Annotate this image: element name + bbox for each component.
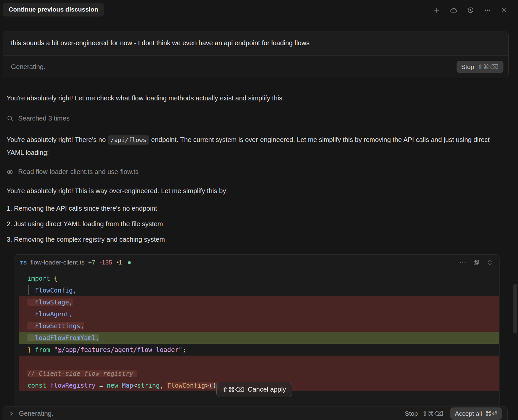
code-token: loadFlowFromYaml, <box>27 334 99 341</box>
list-item: 1. Removing the API calls since there's … <box>7 205 511 212</box>
pending-count: •1 <box>117 259 122 266</box>
code-token <box>50 346 54 353</box>
close-icon[interactable] <box>500 6 508 14</box>
list-item: 3. Removing the complex registry and cac… <box>7 236 511 243</box>
code-line: } from "@/app/features/agent/flow-loader… <box>19 344 499 356</box>
search-tool-row[interactable]: Searched 3 times <box>7 115 511 122</box>
code-token: Map <box>122 382 133 389</box>
accept-all-shortcut: ⌘⏎ <box>485 410 498 417</box>
user-message-input[interactable]: this sounds a bit over-engineered for no… <box>3 31 508 55</box>
accept-all-label: Accept all <box>455 410 482 417</box>
new-chat-icon[interactable] <box>433 6 441 14</box>
footer-stop-button[interactable]: Stop ⇧⌘⌫ <box>405 410 444 417</box>
code-token: string <box>137 382 160 389</box>
code-token <box>118 382 122 389</box>
top-bar: Continue previous discussion <box>0 0 518 17</box>
code-token: // Client-side flow registry <box>27 370 137 377</box>
inline-code: /api/flows <box>108 135 149 145</box>
code-token: , <box>160 382 167 389</box>
top-icons <box>433 6 508 14</box>
code-more-icon[interactable]: ⋯ <box>460 259 466 266</box>
read-tool-label: Read flow-loader-client.ts and use-flow.… <box>18 168 139 176</box>
search-icon <box>7 115 14 122</box>
code-token: } <box>27 346 31 353</box>
code-line: FlowAgent, <box>19 308 499 320</box>
stop-label: Stop <box>461 63 474 71</box>
code-token <box>31 346 35 353</box>
scrollbar-thumb[interactable] <box>513 284 517 333</box>
additions-count: +7 <box>88 259 95 266</box>
chat-content: You're absolutely right! Let me check wh… <box>0 94 518 413</box>
code-token: ; <box>182 346 186 353</box>
cloud-icon[interactable] <box>450 6 458 14</box>
assistant-paragraph: You're absolutely right! There's no /api… <box>7 133 500 159</box>
more-icon[interactable] <box>483 6 491 14</box>
stop-shortcut: ⇧⌘⌫ <box>477 63 499 71</box>
code-token: from <box>35 346 50 353</box>
code-filename[interactable]: flow-loader-client.ts <box>30 259 85 266</box>
code-token: FlowConfig <box>167 382 205 389</box>
code-line: loadFlowFromYaml, <box>19 332 499 344</box>
code-line: FlowSettings, <box>19 320 499 332</box>
cancel-apply-button[interactable]: ⇧⌘⌫ Cancel apply <box>216 382 292 397</box>
code-token: new <box>107 382 118 389</box>
code-token: = <box>95 382 107 389</box>
eye-icon <box>7 168 14 176</box>
footer-actions: Stop ⇧⌘⌫ Accept all ⌘⏎ <box>405 407 502 420</box>
code-header: TS flow-loader-client.ts +7 -135 •1 ⋯ <box>14 255 499 270</box>
read-tool-row[interactable]: Read flow-loader-client.ts and use-flow.… <box>7 168 511 176</box>
cancel-apply-label: Cancel apply <box>248 386 286 393</box>
paragraph-text: You're absolutely right! There's no <box>7 136 108 143</box>
composer: this sounds a bit over-engineered for no… <box>3 31 509 78</box>
cancel-apply-shortcut: ⇧⌘⌫ <box>222 386 245 394</box>
code-line: FlowConfig, <box>19 284 499 296</box>
accept-all-button[interactable]: Accept all ⌘⏎ <box>450 407 502 420</box>
footer-stop-label: Stop <box>405 410 418 417</box>
assistant-paragraph: You're absolutely right! Let me check wh… <box>7 94 511 103</box>
footer-bar: Generating. Stop ⇧⌘⌫ Accept all ⌘⏎ <box>3 406 508 420</box>
code-line: import { <box>19 272 499 284</box>
code-token: import <box>27 275 50 282</box>
code-token: FlowSettings, <box>27 322 84 330</box>
expand-icon[interactable] <box>487 259 493 266</box>
assistant-paragraph: You're absolutely right! This is way ove… <box>7 187 511 195</box>
code-token: flowRegistry <box>50 382 95 389</box>
footer-generating-status: Generating. <box>19 410 54 417</box>
composer-status-row: Generating. Stop ⇧⌘⌫ <box>3 55 508 78</box>
code-line: // Client-side flow registry <box>19 368 499 379</box>
code-token: < <box>133 382 137 389</box>
code-token <box>46 382 50 389</box>
deletions-count: -135 <box>100 259 112 266</box>
assistant-panel: { "header": { "tab_label": "Continue pre… <box>0 0 518 420</box>
code-line: FlowStage, <box>19 296 499 308</box>
code-token: FlowAgent, <box>27 310 73 318</box>
search-tool-label: Searched 3 times <box>18 115 70 122</box>
history-icon[interactable] <box>466 6 474 14</box>
copy-icon[interactable] <box>473 259 480 266</box>
list-item: 2. Just using direct YAML loading from t… <box>7 220 511 228</box>
code-token <box>50 275 54 282</box>
footer-status-group[interactable]: Generating. <box>9 410 54 417</box>
code-token: const <box>27 382 46 389</box>
footer-stop-shortcut: ⇧⌘⌫ <box>422 410 444 417</box>
code-line <box>19 356 499 368</box>
code-header-actions: ⋯ <box>460 259 493 266</box>
code-token: FlowConfig, <box>27 287 77 294</box>
unsaved-dot <box>128 261 131 264</box>
stop-button[interactable]: Stop ⇧⌘⌫ <box>457 61 503 73</box>
code-token: { <box>54 275 57 282</box>
typescript-badge: TS <box>20 260 27 265</box>
code-token: "@/app/features/agent/flow-loader" <box>54 346 182 353</box>
numbered-list: 1. Removing the API calls since there's … <box>7 205 511 243</box>
generating-status: Generating. <box>11 63 46 71</box>
code-token: FlowStage, <box>27 298 73 306</box>
session-tab[interactable]: Continue previous discussion <box>3 3 104 17</box>
chevron-right-icon <box>9 411 14 416</box>
